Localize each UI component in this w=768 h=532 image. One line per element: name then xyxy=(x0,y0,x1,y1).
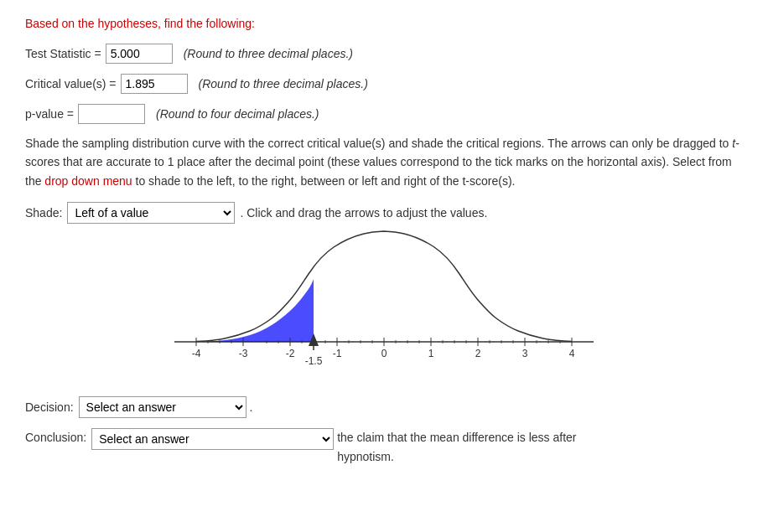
svg-text:1: 1 xyxy=(428,348,434,359)
svg-text:-1: -1 xyxy=(333,348,342,359)
shading-desc-text: Shade the sampling distribution curve wi… xyxy=(25,137,732,150)
critical-value-row: Critical value(s) = (Round to three deci… xyxy=(25,74,743,94)
svg-text:2: 2 xyxy=(475,348,481,359)
svg-text:-4: -4 xyxy=(192,348,201,359)
test-statistic-label: Test Statistic = xyxy=(25,47,101,60)
shade-select[interactable]: Left of a valueRight of a valueBetween t… xyxy=(67,202,235,224)
svg-text:-1.5: -1.5 xyxy=(305,355,323,367)
svg-text:0: 0 xyxy=(381,348,387,359)
test-statistic-row: Test Statistic = (Round to three decimal… xyxy=(25,44,743,64)
decision-dot: . xyxy=(250,400,253,414)
p-value-row: p-value = (Round to four decimal places.… xyxy=(25,104,743,124)
critical-value-label: Critical value(s) = xyxy=(25,77,117,90)
svg-text:3: 3 xyxy=(522,348,528,359)
critical-value-input[interactable] xyxy=(121,74,188,94)
distribution-chart: -4 -3 -2 -1 0 1 2 3 4 -1.5 xyxy=(166,229,602,380)
chart-svg: -4 -3 -2 -1 0 1 2 3 4 -1.5 xyxy=(166,229,602,380)
critical-value-note: (Round to three decimal places.) xyxy=(199,77,368,90)
shade-row: Shade: Left of a valueRight of a valueBe… xyxy=(25,202,743,224)
p-value-note: (Round to four decimal places.) xyxy=(156,107,319,121)
conclusion-row: Conclusion: Select an answerThere is suf… xyxy=(25,428,743,466)
conclusion-label: Conclusion: xyxy=(25,428,86,447)
decision-label: Decision: xyxy=(25,400,74,414)
instruction: Based on the hypotheses, find the follow… xyxy=(25,17,743,30)
shading-description: Shade the sampling distribution curve wi… xyxy=(25,134,743,190)
shade-instruction: . Click and drag the arrows to adjust th… xyxy=(240,206,487,220)
svg-text:-3: -3 xyxy=(239,348,248,359)
shade-label: Shade: xyxy=(25,206,62,220)
p-value-label: p-value = xyxy=(25,107,74,121)
conclusion-suffix: the claim that the mean difference is le… xyxy=(337,428,622,466)
test-statistic-input[interactable] xyxy=(106,44,173,64)
svg-text:-2: -2 xyxy=(286,348,295,359)
decision-select[interactable]: Select an answerReject H₀Fail to reject … xyxy=(79,396,246,418)
conclusion-select[interactable]: Select an answerThere is sufficient evid… xyxy=(91,428,334,450)
decision-row: Decision: Select an answerReject H₀Fail … xyxy=(25,396,743,418)
svg-text:4: 4 xyxy=(569,348,575,359)
test-statistic-note: (Round to three decimal places.) xyxy=(184,47,353,60)
p-value-input[interactable] xyxy=(78,104,145,124)
